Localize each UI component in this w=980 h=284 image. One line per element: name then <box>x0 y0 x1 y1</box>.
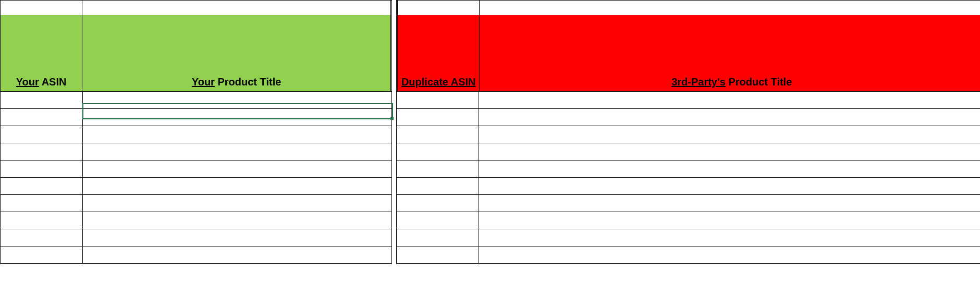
cell-your-asin[interactable] <box>1 160 83 177</box>
cell-your-title[interactable] <box>83 143 391 160</box>
header-your-asin-rest: ASIN <box>39 76 67 88</box>
cell-your-title[interactable] <box>83 92 391 108</box>
cell-duplicate-asin[interactable] <box>397 160 479 177</box>
table-row[interactable] <box>396 143 980 160</box>
cell-3rdparty-title[interactable] <box>479 229 980 246</box>
data-rows-left <box>0 92 392 264</box>
cell-your-asin[interactable] <box>1 143 83 160</box>
table-row[interactable] <box>0 143 392 160</box>
header-your-title-rest: Product Title <box>215 76 281 88</box>
cell-your-asin[interactable] <box>1 229 83 246</box>
table-row[interactable] <box>396 178 980 195</box>
table-row[interactable] <box>0 212 392 229</box>
cell-duplicate-asin[interactable] <box>397 126 479 143</box>
header-3rdparty-title[interactable]: 3rd-Party's Product Title <box>480 1 980 91</box>
table-row[interactable] <box>0 160 392 178</box>
table-row[interactable] <box>0 109 392 126</box>
spreadsheet: Your ASIN Your Product Title <box>0 0 980 264</box>
table-row[interactable] <box>396 92 980 109</box>
header-your-asin[interactable]: Your ASIN <box>1 1 82 91</box>
header-3rdparty-title-underlined: 3rd-Party's <box>671 76 726 88</box>
cell-duplicate-asin[interactable] <box>397 246 479 263</box>
cell-your-title[interactable] <box>83 160 391 177</box>
table-row[interactable] <box>396 126 980 143</box>
cell-your-title[interactable] <box>83 229 391 246</box>
header-3rdparty-title-rest: Product Title <box>726 76 792 88</box>
cell-duplicate-asin[interactable] <box>397 195 479 212</box>
table-row[interactable] <box>396 246 980 264</box>
table-row[interactable] <box>396 229 980 246</box>
cell-duplicate-asin[interactable] <box>397 92 479 108</box>
header-your-title-underlined: Your <box>192 76 215 88</box>
cell-3rdparty-title[interactable] <box>479 212 980 229</box>
table-row[interactable] <box>0 92 392 109</box>
cell-your-asin[interactable] <box>1 178 83 194</box>
table-row[interactable] <box>396 212 980 229</box>
cell-3rdparty-title[interactable] <box>479 126 980 143</box>
cell-your-title[interactable] <box>83 212 391 229</box>
table-row[interactable] <box>0 246 392 264</box>
data-rows-right <box>396 92 980 264</box>
cell-3rdparty-title[interactable] <box>479 246 980 263</box>
cell-3rdparty-title[interactable] <box>479 92 980 108</box>
header-duplicate-asin-underlined: Duplicate ASIN <box>401 76 476 88</box>
table-row[interactable] <box>0 126 392 143</box>
cell-your-asin[interactable] <box>1 126 83 143</box>
cell-your-asin[interactable] <box>1 195 83 212</box>
cell-your-asin[interactable] <box>1 212 83 229</box>
cell-your-asin[interactable] <box>1 92 83 108</box>
cell-3rdparty-title[interactable] <box>479 160 980 177</box>
cell-your-title[interactable] <box>83 178 391 194</box>
header-your-asin-underlined: Your <box>16 76 39 88</box>
header-your-title[interactable]: Your Product Title <box>82 1 390 91</box>
cell-3rdparty-title[interactable] <box>479 195 980 212</box>
cell-duplicate-asin[interactable] <box>397 229 479 246</box>
table-row[interactable] <box>396 195 980 212</box>
cell-your-title[interactable] <box>83 126 391 143</box>
cell-your-title[interactable] <box>83 246 391 263</box>
cell-duplicate-asin[interactable] <box>397 143 479 160</box>
cell-your-title[interactable] <box>83 195 391 212</box>
duplicate-section: Duplicate ASIN 3rd-Party's Product Title <box>396 0 980 264</box>
cell-your-asin[interactable] <box>1 109 83 126</box>
cell-your-title[interactable] <box>83 109 391 126</box>
cell-3rdparty-title[interactable] <box>479 143 980 160</box>
header-row-right: Duplicate ASIN 3rd-Party's Product Title <box>396 0 980 92</box>
cell-your-asin[interactable] <box>1 246 83 263</box>
table-row[interactable] <box>0 229 392 246</box>
cell-duplicate-asin[interactable] <box>397 178 479 194</box>
table-row[interactable] <box>0 195 392 212</box>
table-row[interactable] <box>396 109 980 126</box>
header-duplicate-asin[interactable]: Duplicate ASIN <box>398 1 480 91</box>
table-row[interactable] <box>0 178 392 195</box>
your-section: Your ASIN Your Product Title <box>0 0 392 264</box>
cell-duplicate-asin[interactable] <box>397 212 479 229</box>
cell-3rdparty-title[interactable] <box>479 109 980 126</box>
cell-3rdparty-title[interactable] <box>479 178 980 194</box>
cell-duplicate-asin[interactable] <box>397 109 479 126</box>
table-row[interactable] <box>396 160 980 178</box>
header-row-left: Your ASIN Your Product Title <box>0 0 392 92</box>
